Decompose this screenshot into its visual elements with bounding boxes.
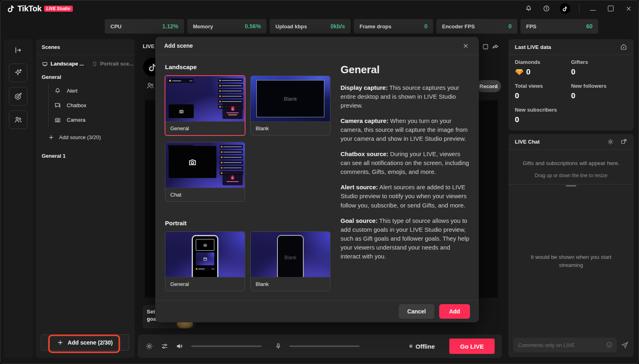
phone-frame-decoration	[192, 235, 218, 277]
metric-gifters: Gifters 0	[571, 59, 627, 76]
chat-resize-divider[interactable]	[508, 184, 634, 184]
app-title: TikTok	[17, 4, 42, 13]
titlebar-divider	[579, 4, 580, 13]
tab-landscape-scene[interactable]: Landscape ...	[42, 61, 84, 67]
audio-mixer-icon[interactable]	[161, 342, 169, 350]
emoji-icon[interactable]	[606, 341, 613, 348]
mic-volume-slider[interactable]	[289, 345, 360, 347]
app-logo: TikTok LIVE Studio	[7, 4, 73, 13]
scene-group-general1[interactable]: General 1	[36, 144, 135, 161]
description-paragraph: Alert source: Alert sources are added to…	[341, 183, 470, 210]
description-paragraph: Goal source: This type of source allows …	[341, 216, 470, 261]
add-scene-button[interactable]: Add scene (2/30)	[41, 334, 129, 351]
speaker-volume-slider[interactable]	[191, 345, 262, 347]
stat-cpu: CPU1.12%	[105, 19, 184, 34]
stat-memory: Memory0.56%	[187, 19, 267, 34]
blank-screen-decoration: Blank	[256, 80, 324, 117]
stat-frame-drops: Frame drops0	[354, 19, 433, 34]
cancel-button[interactable]: Cancel	[399, 304, 434, 319]
diamond-icon	[515, 69, 524, 76]
tiktok-note-icon	[7, 4, 15, 13]
description-paragraph: Camera capture: When you turn on your ca…	[341, 116, 470, 143]
settings-gear-icon[interactable]	[145, 342, 153, 350]
alert-bell-icon	[54, 87, 61, 94]
thumb-label: Chat	[165, 188, 245, 201]
offline-status-dot	[409, 345, 413, 348]
comment-input[interactable]	[513, 338, 617, 352]
add-scene-modal: Add scene Landscape	[155, 37, 479, 322]
camera-area-decoration	[169, 146, 216, 178]
preview-header-label: LIVE	[143, 43, 154, 49]
screenshot-frame-icon[interactable]	[482, 43, 489, 51]
thumb-landscape-blank[interactable]: Blank Blank	[250, 76, 330, 135]
metric-new-followers: New followers 0	[571, 83, 627, 100]
drag-handle[interactable]	[566, 185, 576, 186]
left-rail	[4, 39, 33, 358]
scene-group-general[interactable]: General	[36, 71, 135, 82]
guests-people-icon[interactable]	[9, 110, 28, 129]
live-studio-badge: LIVE Studio	[44, 6, 73, 12]
close-button[interactable]	[624, 4, 633, 13]
source-item-alert[interactable]: Alert	[49, 83, 135, 98]
goal-target-icon[interactable]	[9, 87, 28, 106]
live-chat-card: LIVE Chat Gifts and subscriptions will a…	[508, 134, 634, 357]
scenes-panel-title: Scenes	[36, 39, 135, 55]
svg-text:?: ?	[545, 7, 547, 11]
stat-fps: FPS60	[521, 19, 598, 34]
source-item-camera[interactable]: Camera	[49, 112, 135, 127]
thumb-portrait-blank[interactable]: Blank Blank	[250, 231, 330, 291]
record-button[interactable]: Record	[476, 80, 501, 92]
camera-box-decoration	[169, 104, 194, 118]
home-icon[interactable]	[620, 43, 627, 51]
last-live-title: Last LIVE data	[515, 44, 551, 50]
thumb-portrait-general[interactable]: General	[165, 231, 245, 291]
description-paragraph: Display capture: This source captures yo…	[341, 83, 470, 110]
thumb-label: General	[165, 277, 245, 291]
help-icon[interactable]: ?	[542, 4, 551, 13]
offline-status-label: Offline	[416, 343, 435, 350]
go-live-button[interactable]: Go LIVE	[449, 339, 495, 354]
modal-close-icon[interactable]	[461, 41, 470, 50]
chat-settings-gear-icon[interactable]	[607, 138, 614, 145]
chat-empty-message: Gifts and subscriptions will appear here…	[508, 150, 634, 166]
scene-tabs: Landscape ... Portrait sce...	[36, 55, 135, 71]
plus-icon	[48, 134, 54, 140]
plus-icon	[57, 339, 63, 346]
comment-input-wrapper	[513, 338, 617, 352]
profile-avatar[interactable]	[560, 3, 570, 14]
metric-total-views: Total views 0	[515, 83, 571, 100]
maximize-button[interactable]	[606, 4, 615, 13]
popout-chat-icon[interactable]	[620, 138, 627, 145]
thumb-landscape-general[interactable]: General	[165, 75, 245, 136]
notifications-bell-icon[interactable]	[524, 4, 533, 13]
metric-diamonds: Diamonds 0	[515, 59, 571, 76]
tiktok-live-studio-window: TikTok LIVE Studio ? CPU1.12% Memory0.56…	[0, 0, 639, 364]
thumb-label: Blank	[251, 277, 330, 291]
thumb-label: Blank	[251, 121, 330, 135]
speaker-icon[interactable]	[176, 342, 184, 350]
tab-portrait-scene[interactable]: Portrait sce...	[92, 61, 133, 67]
section-landscape: Landscape	[165, 63, 197, 70]
preview-canvas	[145, 100, 156, 298]
viewers-people-icon[interactable]	[146, 81, 155, 90]
source-list: Alert Chatbox Camera	[48, 83, 135, 127]
metric-new-subscribers: New subscribers 0	[515, 107, 571, 124]
scenes-panel: Scenes Landscape ... Portrait sce... Gen…	[36, 39, 135, 358]
stat-upload: Upload kbps0kb/s	[270, 19, 351, 34]
collapse-panel-icon[interactable]	[9, 42, 27, 58]
modal-title: Add scene	[164, 42, 193, 49]
scene-description: General Display capture: This source cap…	[341, 63, 470, 267]
last-live-data-card: Last LIVE data Diamonds 0 Gifters 0 Tota…	[508, 39, 634, 131]
gift-box-decoration	[222, 171, 243, 185]
share-icon[interactable]	[491, 43, 499, 51]
thumb-chat[interactable]: Chat	[165, 142, 245, 202]
stat-encoder-fps: Encoder FPS0	[436, 19, 517, 34]
microphone-icon[interactable]	[275, 342, 282, 350]
performance-stats: CPU1.12% Memory0.56% Upload kbps0kb/s Fr…	[105, 19, 598, 34]
add-button[interactable]: Add	[439, 304, 470, 319]
send-comment-icon[interactable]	[621, 341, 629, 349]
effects-sparkle-icon[interactable]	[9, 63, 28, 82]
add-source-button[interactable]: Add source (3/20)	[48, 130, 135, 144]
minimize-button[interactable]	[588, 4, 597, 13]
source-item-chatbox[interactable]: Chatbox	[49, 98, 135, 112]
